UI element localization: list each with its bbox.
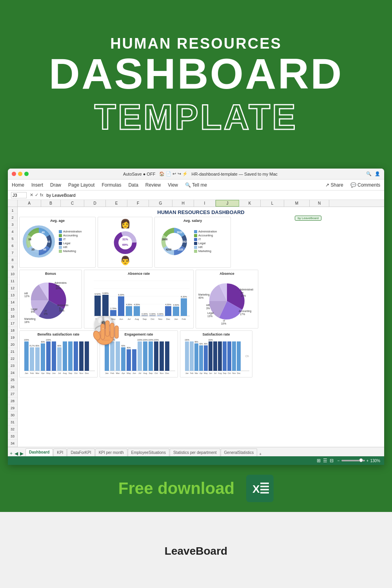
menu-view[interactable]: View xyxy=(168,182,178,188)
menu-data[interactable]: Data xyxy=(128,182,138,188)
svg-rect-49 xyxy=(142,316,148,316)
col-k: K xyxy=(239,200,261,207)
svg-rect-162 xyxy=(213,341,217,371)
svg-rect-183 xyxy=(105,321,109,336)
zoom-out-icon[interactable]: − xyxy=(338,459,340,463)
menu-home[interactable]: Home xyxy=(12,182,24,188)
menu-comments[interactable]: 💬 Comments xyxy=(350,182,380,188)
close-button[interactable] xyxy=(12,172,16,176)
menu-insert[interactable]: Insert xyxy=(31,182,43,188)
grid-view-icon[interactable]: ⊞ xyxy=(317,458,321,463)
col-f: F xyxy=(127,200,149,207)
tab-statistics-per-dept[interactable]: Statistics per department xyxy=(170,448,220,456)
svg-text:60%: 60% xyxy=(199,343,203,345)
menu-page-layout[interactable]: Page Layout xyxy=(68,182,94,188)
row-18: 18 xyxy=(8,327,17,334)
svg-text:Feb: Feb xyxy=(111,372,114,374)
dashboard-area: HUMAN RESOURCES DASHBOARD by LeaveBoard … xyxy=(18,207,384,378)
download-section: Free download X xyxy=(0,465,392,512)
menu-share[interactable]: ↗ Share xyxy=(325,182,343,188)
menu-tell-me[interactable]: 🔍 Tell me xyxy=(185,182,207,188)
tab-kpi[interactable]: KPI xyxy=(53,448,67,456)
menu-review[interactable]: Review xyxy=(145,182,161,188)
col-d: D xyxy=(84,200,106,207)
tab-dashboard[interactable]: Dashboard xyxy=(25,448,53,456)
svg-text:Oct: Oct xyxy=(151,318,154,320)
excel-logo-svg: X xyxy=(249,478,271,499)
row-29: 29 xyxy=(8,405,17,412)
svg-text:Mar: Mar xyxy=(195,372,198,374)
svg-text:4,50%: 4,50% xyxy=(173,304,179,306)
title-bar: AutoSave ● OFF 🏠 📄 ↩ ↪ ⚡ HR-dashboard-te… xyxy=(8,169,384,180)
benefits-chart: Benefits satisfaction rate 100% 70,7% 80… xyxy=(19,330,98,377)
tab-kpi-per-month[interactable]: KPI per month xyxy=(95,448,127,456)
zoom-level: 130% xyxy=(370,459,380,463)
svg-text:80%: 80% xyxy=(57,345,62,347)
zoom-slider[interactable] xyxy=(341,460,365,461)
row-31: 31 xyxy=(8,419,17,426)
zoom-in-icon[interactable]: + xyxy=(367,459,369,463)
svg-text:Sep: Sep xyxy=(149,372,153,374)
header-section: HUMAN RESOURCES DASHBOARD TEMPLATE xyxy=(0,0,392,169)
svg-text:Jan: Jan xyxy=(105,372,109,374)
menu-formulas[interactable]: Formulas xyxy=(102,182,121,188)
svg-text:Apr: Apr xyxy=(41,372,45,374)
svg-text:44%: 44% xyxy=(59,309,64,312)
menu-draw[interactable]: Draw xyxy=(50,182,61,188)
menu-bar: Home Insert Draw Page Layout Formulas Da… xyxy=(8,180,384,191)
svg-text:10%: 10% xyxy=(221,322,226,325)
tab-general-statistics[interactable]: GeneralStatistics xyxy=(221,448,258,456)
cell-reference[interactable]: J3 xyxy=(11,192,27,198)
add-sheet-icon[interactable]: + xyxy=(10,451,13,456)
col-j: J xyxy=(216,200,239,207)
svg-text:2,79%: 2,79% xyxy=(110,307,116,310)
svg-text:17%: 17% xyxy=(240,313,245,316)
svg-rect-98 xyxy=(57,347,62,371)
more-tabs-icon[interactable]: + xyxy=(259,452,261,456)
svg-text:40%: 40% xyxy=(198,296,203,299)
benefits-title: Benefits satisfaction rate xyxy=(21,332,96,336)
tab-employee-situations[interactable]: EmployeeSituations xyxy=(128,448,169,456)
svg-rect-125 xyxy=(127,349,131,371)
row-19: 19 xyxy=(8,334,17,341)
search-icon[interactable]: 🔍 xyxy=(366,171,372,176)
svg-rect-136 xyxy=(160,341,164,371)
row-15: 15 xyxy=(8,306,17,313)
svg-text:Marketing: Marketing xyxy=(24,318,36,321)
svg-rect-95 xyxy=(46,341,51,371)
row-5: 5 xyxy=(8,235,17,242)
svg-rect-160 xyxy=(209,341,212,371)
download-text[interactable]: Free download xyxy=(118,479,234,498)
zoom-control[interactable]: − + 130% xyxy=(338,459,380,463)
row-20: 20 xyxy=(8,341,17,348)
svg-text:Jul: Jul xyxy=(127,318,131,320)
account-icon[interactable]: 👤 xyxy=(375,171,380,176)
svg-text:9,68%: 9,68% xyxy=(102,292,109,294)
tab-dataforkpi[interactable]: DataForKPI xyxy=(67,448,94,456)
svg-text:Administra: Administra xyxy=(54,281,67,284)
minimize-button[interactable] xyxy=(18,172,22,176)
male-icon: 👨 xyxy=(120,256,131,266)
col-h: H xyxy=(172,200,194,207)
svg-text:70,7%: 70,7% xyxy=(29,345,35,347)
maximize-button[interactable] xyxy=(24,172,29,176)
nav-right-icon[interactable]: ▶ xyxy=(20,451,24,456)
svg-rect-182 xyxy=(101,324,105,339)
excel-wrapper: AutoSave ● OFF 🏠 📄 ↩ ↪ ⚡ HR-dashboard-te… xyxy=(0,169,392,465)
list-view-icon[interactable]: ☰ xyxy=(323,458,327,463)
col-l: L xyxy=(261,200,284,207)
nav-left-icon[interactable]: ◀ xyxy=(15,451,18,456)
hand-cursor-overlay xyxy=(90,310,122,351)
svg-text:IT: IT xyxy=(223,319,225,322)
page-view-icon[interactable]: ⊟ xyxy=(330,458,334,463)
bonus-svg: Marketing 18% Administra tion 20% HR 12%… xyxy=(21,277,76,324)
svg-text:Nov: Nov xyxy=(232,372,236,374)
svg-text:Legal: Legal xyxy=(207,312,214,315)
svg-text:Jun: Jun xyxy=(209,372,212,374)
footer-section: LeaveBoard xyxy=(0,512,392,588)
svg-text:Aug: Aug xyxy=(63,372,67,374)
col-g: G xyxy=(149,200,172,207)
svg-text:Aug: Aug xyxy=(135,318,139,320)
svg-text:tion: tion xyxy=(56,284,60,287)
svg-rect-193 xyxy=(260,489,269,490)
